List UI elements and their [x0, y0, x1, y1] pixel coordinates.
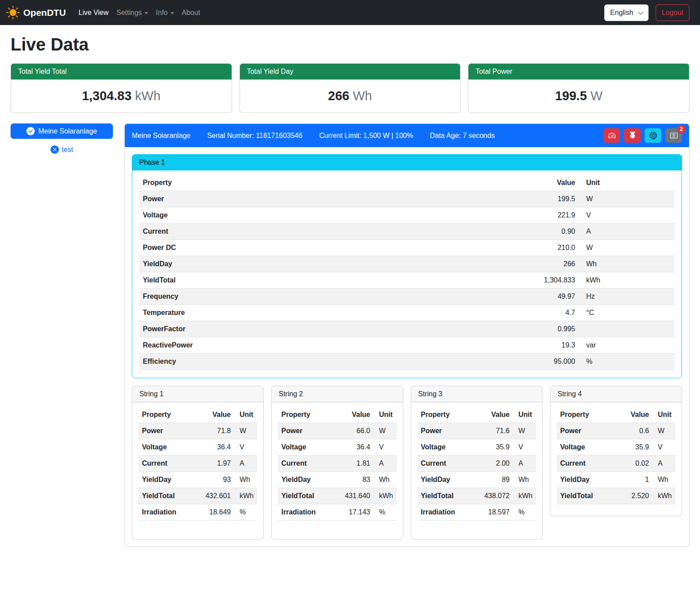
property-value: 17.143 [332, 504, 374, 521]
inverter-test-label: test [62, 146, 73, 154]
power-button[interactable] [624, 128, 641, 143]
column-header-value: Value [332, 407, 374, 423]
property-unit: kWh [579, 272, 675, 289]
property-unit: kWh [234, 488, 257, 504]
caret-down-icon [145, 12, 148, 14]
property-unit: A [374, 456, 397, 472]
property-unit: kWh [513, 488, 536, 504]
nav-info[interactable]: Info [152, 5, 178, 20]
property-value: 0.90 [402, 224, 579, 240]
table-header-row: PropertyValueUnit [138, 407, 257, 423]
table-row: Irradiation18.597% [417, 504, 536, 521]
property-unit: % [513, 504, 536, 521]
property-unit: V [234, 439, 257, 456]
property-name: YieldTotal [138, 488, 192, 504]
table-row: YieldTotal432.601kWh [138, 488, 257, 504]
table-row: YieldDay266Wh [139, 256, 675, 272]
column-header-property: Property [139, 175, 402, 191]
property-name: YieldDay [138, 472, 192, 488]
table-row: Power71.6W [417, 423, 536, 439]
property-unit: W [579, 240, 675, 256]
property-value: 266 [402, 256, 579, 272]
column-header-value: Value [471, 407, 513, 423]
property-name: Voltage [138, 439, 192, 456]
string-2-card: String 2 PropertyValueUnitPower66.0WVolt… [271, 386, 403, 539]
string-body: PropertyValueUnitPower0.6WVoltage35.9VCu… [551, 402, 682, 516]
table-row: YieldDay83Wh [278, 472, 396, 488]
panel-actions: 2 [603, 128, 682, 143]
summary-cards-row: Total Yield Total 1,304.83kWh Total Yiel… [11, 63, 689, 113]
property-value: 2.520 [615, 488, 653, 504]
card-value: 1,304.83kWh [11, 80, 232, 112]
property-unit: Hz [579, 289, 675, 305]
string-4-table: PropertyValueUnitPower0.6WVoltage35.9VCu… [557, 407, 675, 504]
device-info-button[interactable] [645, 128, 661, 143]
nav-about[interactable]: About [178, 5, 204, 20]
property-value: 1.81 [332, 456, 374, 472]
column-header-value: Value [192, 407, 234, 423]
logout-button[interactable]: Logout [656, 4, 689, 21]
card-title: Total Yield Total [11, 64, 232, 80]
content-row: Meine Solaranlage test Meine Solaranlage… [11, 123, 689, 547]
inverter-selected-label: Meine Solaranlage [38, 127, 97, 135]
card-value: 199.5W [468, 80, 689, 112]
inverter-panel: Meine Solaranlage Serial Number: 1161716… [124, 123, 689, 547]
nav-live-view[interactable]: Live View [75, 5, 112, 20]
property-unit: W [579, 191, 675, 207]
nav-info-label: Info [156, 9, 168, 16]
column-header-property: Property [557, 407, 615, 423]
table-row: Power71.8W [138, 423, 257, 439]
property-value: 36.4 [192, 439, 234, 456]
property-value: 0.02 [615, 456, 653, 472]
value-number: 199.5 [555, 89, 587, 103]
property-unit: W [653, 423, 675, 439]
table-row: Current2.00A [417, 456, 536, 472]
property-name: Power [139, 191, 402, 207]
phase-card: Phase 1 PropertyValueUnitPower199.5WVolt… [132, 154, 682, 378]
inverter-item-test[interactable]: test [11, 145, 113, 154]
table-row: Power0.6W [557, 423, 675, 439]
table-row: Power66.0W [278, 423, 396, 439]
property-unit: Wh [234, 472, 257, 488]
table-row: Voltage36.4V [278, 439, 396, 456]
inverter-selector: Meine Solaranlage test [11, 123, 113, 154]
table-row: Voltage35.9V [557, 439, 675, 456]
language-select[interactable]: English [604, 4, 649, 21]
table-row: Current0.02A [557, 456, 675, 472]
property-name: Voltage [278, 439, 331, 456]
sun-icon [6, 6, 20, 19]
property-name: Temperature [139, 305, 402, 321]
string-4-card: String 4 PropertyValueUnitPower0.6WVolta… [550, 386, 682, 516]
string-title: String 2 [272, 386, 403, 402]
total-power-card: Total Power 199.5W [468, 63, 689, 113]
table-row: Efficiency95.000% [139, 354, 675, 370]
string-title: String 1 [132, 386, 263, 402]
property-value: 35.9 [471, 439, 513, 456]
inverter-selected-button[interactable]: Meine Solaranlage [11, 123, 113, 139]
table-row: Current0.90A [139, 224, 675, 240]
table-row: Irradiation17.143% [278, 504, 396, 521]
property-value: 0.6 [615, 423, 653, 439]
column-header-property: Property [278, 407, 331, 423]
value-number: 1,304.83 [82, 89, 131, 103]
table-row: Temperature4.7°C [139, 305, 675, 321]
event-log-button[interactable]: 2 [665, 128, 682, 143]
string-1-card: String 1 PropertyValueUnitPower71.8WVolt… [132, 386, 264, 539]
property-name: Power [417, 423, 471, 439]
chevron-down-icon [638, 10, 644, 16]
property-unit: % [579, 354, 675, 370]
property-value: 221.9 [402, 207, 579, 224]
string-1-table: PropertyValueUnitPower71.8WVoltage36.4VC… [138, 407, 257, 521]
nav-settings[interactable]: Settings [112, 5, 152, 20]
property-name: YieldDay [139, 256, 402, 272]
property-name: PowerFactor [139, 321, 402, 337]
string-body: PropertyValueUnitPower71.6WVoltage35.9VC… [411, 402, 542, 539]
brand[interactable]: OpenDTU [6, 6, 66, 19]
property-name: Efficiency [139, 354, 402, 370]
check-circle-icon [26, 127, 35, 135]
string-3-card: String 3 PropertyValueUnitPower71.6WVolt… [411, 386, 543, 539]
property-name: Irradiation [138, 504, 192, 521]
limit-settings-button[interactable] [603, 128, 620, 143]
page-title: Live Data [11, 35, 689, 54]
table-row: Irradiation18.649% [138, 504, 257, 521]
